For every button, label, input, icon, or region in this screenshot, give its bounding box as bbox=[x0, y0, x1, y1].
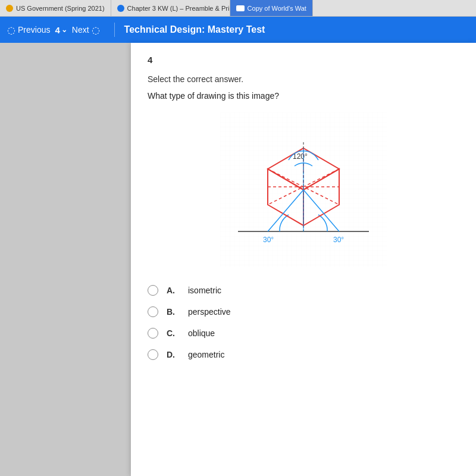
question-card: 4 Select the correct answer. What type o… bbox=[131, 43, 476, 476]
tab-label-2: Chapter 3 KW (L) – Preamble & Principle.… bbox=[127, 5, 230, 12]
question-number: 4 bbox=[148, 55, 459, 65]
option-a-letter: A. bbox=[167, 286, 178, 295]
radio-a[interactable] bbox=[148, 285, 158, 296]
tab-chapter3[interactable]: Chapter 3 KW (L) – Preamble & Principle.… bbox=[111, 0, 230, 16]
option-c-letter: C. bbox=[167, 328, 178, 338]
radio-d[interactable] bbox=[148, 349, 158, 360]
previous-icon: ◌ bbox=[7, 24, 15, 36]
previous-button[interactable]: ◌ Previous bbox=[7, 24, 50, 36]
drawing-container: 30° 30° 120° bbox=[148, 112, 459, 267]
tab-worlds-war[interactable]: Copy of World's Wat bbox=[230, 0, 313, 16]
option-b-letter: B. bbox=[167, 307, 178, 317]
question-text: What type of drawing is this image? bbox=[148, 91, 459, 101]
option-a[interactable]: A. isometric bbox=[148, 285, 459, 296]
tab-icon-3 bbox=[236, 5, 245, 11]
next-button[interactable]: Next ◌ bbox=[72, 24, 100, 36]
options-list: A. isometric B. perspective C. oblique D… bbox=[148, 285, 459, 360]
nav-divider bbox=[114, 23, 115, 37]
previous-label: Previous bbox=[18, 25, 50, 35]
tab-label-3: Copy of World's Wat bbox=[248, 5, 306, 12]
tab-icon-1 bbox=[6, 5, 13, 12]
page-title: Technical Design: Mastery Test bbox=[124, 24, 469, 35]
chevron-down-icon: ⌄ bbox=[61, 26, 67, 34]
tab-us-government[interactable]: US Government (Spring 2021) bbox=[0, 0, 111, 16]
next-label: Next bbox=[72, 25, 89, 35]
svg-text:30°: 30° bbox=[333, 236, 344, 244]
option-c[interactable]: C. oblique bbox=[148, 328, 459, 339]
tab-label-1: US Government (Spring 2021) bbox=[16, 5, 105, 12]
question-number-nav[interactable]: 4 ⌄ bbox=[55, 25, 67, 35]
option-d[interactable]: D. geometric bbox=[148, 349, 459, 360]
option-d-letter: D. bbox=[167, 350, 178, 359]
isometric-drawing: 30° 30° 120° bbox=[220, 112, 387, 267]
left-sidebar bbox=[0, 43, 131, 476]
radio-b[interactable] bbox=[148, 306, 158, 317]
nav-bar: ◌ Previous 4 ⌄ Next ◌ Technical Design: … bbox=[0, 17, 476, 43]
tab-icon-2 bbox=[117, 5, 124, 12]
question-instruction: Select the correct answer. bbox=[148, 74, 459, 84]
svg-text:30°: 30° bbox=[263, 236, 274, 244]
option-b-text: perspective bbox=[188, 307, 231, 317]
main-content: 4 Select the correct answer. What type o… bbox=[0, 43, 476, 476]
option-b[interactable]: B. perspective bbox=[148, 306, 459, 317]
next-icon: ◌ bbox=[92, 24, 100, 36]
question-number-display: 4 bbox=[55, 25, 60, 35]
option-c-text: oblique bbox=[188, 328, 215, 338]
option-d-text: geometric bbox=[188, 350, 224, 359]
radio-c[interactable] bbox=[148, 328, 158, 339]
option-a-text: isometric bbox=[188, 286, 221, 295]
tab-bar: US Government (Spring 2021) Chapter 3 KW… bbox=[0, 0, 476, 17]
